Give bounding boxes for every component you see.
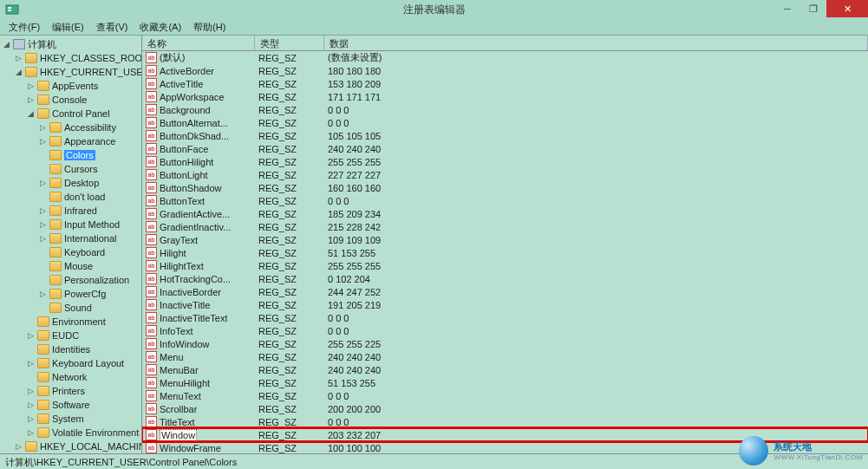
expand-icon[interactable]: ▷ (38, 179, 48, 188)
tree-network[interactable]: Network (24, 370, 141, 384)
menu-edit[interactable]: 编辑(E) (47, 19, 89, 36)
tree-pane[interactable]: ◢计算机 ▷HKEY_CLASSES_ROOT ◢HKEY_CURRENT_US… (0, 36, 142, 453)
expand-icon[interactable]: ▷ (26, 428, 36, 438)
value-row[interactable]: ab(默认)REG_SZ(数值未设置) (142, 51, 868, 64)
tree-appevents[interactable]: ▷AppEvents (24, 79, 141, 93)
collapse-icon[interactable]: ◢ (2, 40, 11, 49)
expand-icon[interactable]: ▷ (26, 387, 36, 396)
value-row[interactable]: abMenuREG_SZ240 240 240 (142, 350, 868, 363)
menu-help[interactable]: 帮助(H) (188, 19, 231, 36)
collapse-icon[interactable]: ◢ (14, 68, 23, 77)
value-row[interactable]: abTitleTextREG_SZ0 0 0 (142, 415, 868, 428)
expand-icon[interactable]: ▷ (26, 81, 36, 91)
value-row[interactable]: abScrollbarREG_SZ200 200 200 (142, 402, 868, 415)
expand-icon-icon[interactable]: ▷ (38, 206, 48, 216)
value-row[interactable]: abInfoTextREG_SZ0 0 0 (142, 324, 868, 337)
tree-sound[interactable]: Sound (36, 301, 141, 315)
value-row[interactable]: abButtonHilightREG_SZ255 255 255 (142, 155, 868, 168)
tree-inputmethod[interactable]: ▷Input Method (36, 218, 141, 231)
tree-appearance[interactable]: ▷Appearance (36, 134, 141, 148)
expand-icon[interactable]: ▷ (26, 359, 36, 368)
tree-printers[interactable]: ▷Printers (24, 384, 141, 398)
tree-infrared[interactable]: ▷Infrared (36, 204, 141, 218)
value-row[interactable]: abHilightTextREG_SZ255 255 255 (142, 259, 868, 272)
tree-volatile[interactable]: ▷Volatile Environment (24, 426, 141, 440)
value-row[interactable]: abGrayTextREG_SZ109 109 109 (142, 233, 868, 246)
title-bar[interactable]: 注册表编辑器 ─ ❐ ✕ (0, 0, 868, 19)
tree-hklm[interactable]: ▷HKEY_LOCAL_MACHINE (12, 440, 141, 453)
column-name[interactable]: 名称 (142, 36, 255, 50)
maximize-button[interactable]: ❐ (800, 0, 826, 17)
value-row[interactable]: abMenuHilightREG_SZ51 153 255 (142, 376, 868, 389)
tree-personalization[interactable]: Personalization (36, 273, 141, 287)
expand-icon[interactable]: ▷ (26, 331, 36, 341)
string-icon: ab (146, 416, 157, 427)
tree-system[interactable]: ▷System (24, 412, 141, 426)
tree-keyboard[interactable]: Keyboard (36, 245, 141, 259)
expand-icon[interactable]: ▷ (26, 401, 36, 410)
expand-icon[interactable]: ▷ (14, 54, 23, 63)
tree-desktop[interactable]: ▷Desktop (36, 176, 141, 190)
expand-icon[interactable]: ▷ (38, 137, 48, 147)
value-data: (数值未设置) (324, 51, 868, 64)
column-type[interactable]: 类型 (255, 36, 324, 50)
value-row[interactable]: abActiveTitleREG_SZ153 180 209 (142, 77, 868, 90)
value-row[interactable]: abButtonLightREG_SZ227 227 227 (142, 168, 868, 181)
value-row[interactable]: abInactiveTitleREG_SZ191 205 219 (142, 298, 868, 311)
tree-dontload[interactable]: don't load (36, 190, 141, 204)
tree-keyboardlayout[interactable]: ▷Keyboard Layout (24, 356, 141, 370)
expand-icon[interactable]: ▷ (38, 290, 48, 299)
tree-root-computer[interactable]: ◢计算机 (0, 37, 141, 51)
tree-software[interactable]: ▷Software (24, 398, 141, 412)
expand-icon[interactable]: ▷ (14, 442, 23, 452)
column-data[interactable]: 数据 (324, 36, 868, 50)
tree-powercfg[interactable]: ▷PowerCfg (36, 287, 141, 301)
tree-hkcr[interactable]: ▷HKEY_CLASSES_ROOT (12, 51, 141, 65)
tree-controlpanel[interactable]: ◢Control Panel (24, 107, 141, 121)
tree-accessibility[interactable]: ▷Accessibility (36, 121, 141, 134)
value-row[interactable]: abAppWorkspaceREG_SZ171 171 171 (142, 90, 868, 103)
value-row[interactable]: abHilightREG_SZ51 153 255 (142, 246, 868, 259)
menu-favorites[interactable]: 收藏夹(A) (134, 19, 186, 36)
value-row[interactable]: abButtonTextREG_SZ0 0 0 (142, 194, 868, 207)
value-row[interactable]: abBackgroundREG_SZ0 0 0 (142, 103, 868, 116)
list-body[interactable]: ab(默认)REG_SZ(数值未设置)abActiveBorderREG_SZ1… (142, 51, 868, 453)
menu-file[interactable]: 文件(F) (3, 19, 45, 36)
value-row[interactable]: abInactiveBorderREG_SZ244 247 252 (142, 285, 868, 298)
expand-icon[interactable]: ▷ (38, 123, 48, 133)
tree-hkcu[interactable]: ◢HKEY_CURRENT_USER (12, 65, 141, 79)
expand-icon[interactable]: ▷ (26, 95, 36, 105)
value-row[interactable]: abInfoWindowREG_SZ255 255 225 (142, 337, 868, 350)
value-row[interactable]: abMenuBarREG_SZ240 240 240 (142, 363, 868, 376)
close-button[interactable]: ✕ (826, 0, 868, 17)
value-row[interactable]: abMenuTextREG_SZ0 0 0 (142, 389, 868, 402)
expand-icon[interactable]: ▷ (26, 414, 36, 424)
string-icon: ab (146, 234, 157, 245)
value-row[interactable]: abInactiveTitleTextREG_SZ0 0 0 (142, 311, 868, 324)
collapse-icon[interactable]: ◢ (26, 109, 36, 119)
tree-environment[interactable]: Environment (24, 315, 141, 329)
value-row[interactable]: abActiveBorderREG_SZ180 180 180 (142, 64, 868, 77)
value-row[interactable]: abButtonAlternat...REG_SZ0 0 0 (142, 116, 868, 129)
value-data: 185 209 234 (324, 209, 868, 219)
value-row[interactable]: abButtonDkShad...REG_SZ105 105 105 (142, 129, 868, 142)
tree-eudc[interactable]: ▷EUDC (24, 329, 141, 342)
menu-view[interactable]: 查看(V) (91, 19, 134, 36)
value-row[interactable]: abHotTrackingCo...REG_SZ0 102 204 (142, 272, 868, 285)
expand-icon[interactable]: ▷ (38, 220, 48, 230)
value-row[interactable]: abButtonShadowREG_SZ160 160 160 (142, 181, 868, 194)
tree-colors[interactable]: Colors (36, 148, 141, 162)
tree-mouse[interactable]: Mouse (36, 259, 141, 273)
value-row[interactable]: abGradientActive...REG_SZ185 209 234 (142, 207, 868, 220)
minimize-button[interactable]: ─ (774, 0, 800, 17)
tree-console[interactable]: ▷Console (24, 93, 141, 107)
value-row[interactable]: abButtonFaceREG_SZ240 240 240 (142, 142, 868, 155)
value-name: ButtonLight (160, 170, 208, 180)
expand-icon[interactable]: ▷ (38, 234, 48, 244)
tree-international[interactable]: ▷International (36, 231, 141, 245)
value-row[interactable]: abGradientInactiv...REG_SZ215 228 242 (142, 220, 868, 233)
svg-rect-2 (8, 10, 11, 11)
tree-identities[interactable]: Identities (24, 342, 141, 356)
tree-cursors[interactable]: Cursors (36, 162, 141, 176)
list-pane[interactable]: 名称 类型 数据 ab(默认)REG_SZ(数值未设置)abActiveBord… (142, 36, 868, 453)
